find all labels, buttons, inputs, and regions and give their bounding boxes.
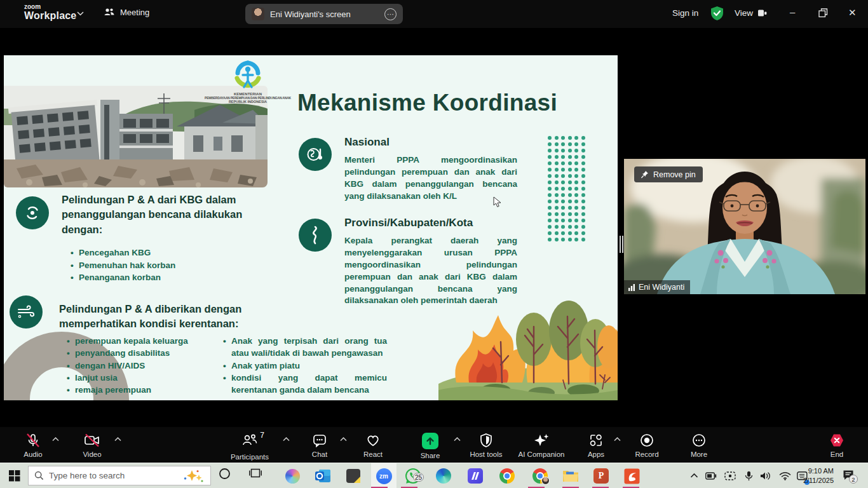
chrome-profile-icon[interactable] [532, 468, 548, 484]
panel-resize-handle[interactable] [620, 236, 623, 253]
camera-muted-icon [84, 433, 100, 448]
apps-options-caret[interactable] [614, 437, 621, 442]
shield-icon [479, 433, 493, 448]
provinsi-heading: Provinsi/Kabupaten/Kota [344, 217, 517, 229]
pdf-reader-icon[interactable] [623, 468, 640, 484]
security-shield-icon[interactable] [710, 6, 724, 21]
list-item: penyandang disabilitas [67, 347, 213, 359]
nasional-body: Menteri PPPA mengoordinasikan pelindunga… [344, 154, 517, 203]
cast-icon[interactable] [724, 471, 736, 480]
edge-icon[interactable] [435, 468, 452, 484]
clock-time: 9:10 AM [793, 466, 834, 476]
cortana-icon[interactable] [219, 468, 235, 484]
notes-app-icon[interactable] [345, 468, 362, 484]
section-provinsi: Provinsi/Kabupaten/Kota Kepala perangkat… [344, 217, 517, 307]
outlook-icon[interactable] [315, 468, 331, 484]
wifi-icon[interactable] [779, 471, 791, 480]
list-item: remaja perempuan [67, 384, 213, 396]
search-icon [34, 471, 44, 480]
list-item: kondisi yang dapat memicu kerentanan gan… [223, 372, 387, 396]
chat-icon [312, 433, 327, 448]
close-button[interactable]: ✕ [848, 7, 857, 18]
tab-options-icon[interactable]: ⋯ [384, 8, 397, 20]
whatsapp-badge: 25 [413, 473, 424, 482]
share-options-caret[interactable] [454, 437, 461, 442]
kerentanan-heading: Pelindungan P & A diberikan dengan mempe… [59, 302, 269, 332]
sign-in-button[interactable]: Sign in [672, 8, 698, 18]
chrome-icon[interactable] [499, 468, 515, 484]
meeting-toolbar: Audio Video 7 Participants Chat React [0, 427, 868, 463]
more-icon [691, 433, 707, 448]
chat-options-caret[interactable] [340, 437, 347, 442]
record-button[interactable]: Record [625, 427, 669, 462]
section-kerentanan: Pelindungan P & A diberikan dengan mempe… [59, 302, 402, 332]
kbg-bullets: Pencegahan KBG Pemenuhan hak korban Pena… [71, 247, 266, 283]
task-view-icon[interactable] [249, 468, 266, 484]
kbg-heading: Pelindungan P & A dari KBG dalam penangg… [62, 193, 266, 237]
river-icon [299, 219, 332, 252]
tray-mic-icon[interactable] [745, 471, 753, 481]
participants-options-caret[interactable] [283, 437, 290, 442]
file-explorer-icon[interactable] [562, 468, 579, 484]
pin-icon [641, 170, 649, 179]
apps-button[interactable]: Apps [574, 427, 618, 462]
chevron-down-icon[interactable] [77, 11, 84, 16]
forest-fire-illustration [438, 294, 618, 400]
ministry-logo-icon [232, 59, 264, 92]
audio-button[interactable]: Audio [11, 427, 55, 462]
participants-button[interactable]: 7 Participants [222, 427, 278, 462]
list-item: perempuan kepala keluarga [67, 335, 213, 347]
minimize-button[interactable]: – [790, 6, 795, 17]
speaker-icon[interactable] [760, 471, 772, 480]
video-options-caret[interactable] [114, 437, 121, 442]
audio-options-caret[interactable] [52, 437, 59, 442]
remove-pin-button[interactable]: Remove pin [634, 166, 703, 182]
react-button[interactable]: React [351, 427, 395, 462]
participants-icon [241, 433, 258, 448]
purple-slash-app-icon[interactable] [467, 468, 484, 484]
zoom-workplace-logo: zoom Workplace [24, 3, 76, 21]
taskbar-search[interactable] [28, 466, 211, 485]
chrome-avatar [541, 477, 550, 485]
section-kbg: Pelindungan P & A dari KBG dalam penangg… [62, 193, 266, 283]
battery-icon[interactable] [705, 472, 717, 480]
list-item: Anak yatim piatu [223, 360, 387, 372]
tab-shared-screen[interactable]: Eni Widiyanti's screen ⋯ [245, 4, 403, 24]
globe-thermometer-icon [299, 138, 332, 171]
participant-name-tag: Eni Widiyanti [624, 280, 690, 294]
whatsapp-icon[interactable]: 25 [405, 468, 421, 484]
list-item: lanjut usia [67, 372, 213, 384]
chat-button[interactable]: Chat [297, 427, 342, 462]
host-tools-button[interactable]: Host tools [462, 427, 510, 462]
end-button[interactable]: End [818, 427, 856, 462]
record-icon [639, 433, 654, 448]
powerpoint-icon[interactable]: P [593, 468, 609, 484]
section-nasional: Nasional Menteri PPPA mengoordinasikan p… [344, 136, 517, 203]
zoom-taskbar-icon[interactable]: zm [376, 468, 392, 484]
notification-center-icon[interactable]: 2 [843, 470, 854, 483]
kerentanan-bullets-col1: perempuan kepala keluarga penyandang dis… [67, 335, 213, 396]
list-item: Penanganan korban [71, 271, 266, 283]
video-button[interactable]: Video [70, 427, 114, 462]
audio-level-icon [628, 284, 635, 291]
mouse-cursor [493, 196, 502, 208]
participant-video: Remove pin Eni Widiyanti [624, 159, 865, 294]
dot-pattern [548, 136, 585, 241]
start-button[interactable] [9, 470, 20, 482]
taskbar-clock[interactable]: 9:10 AM 2/11/2025 [793, 466, 834, 485]
search-input[interactable] [49, 471, 178, 480]
ai-companion-button[interactable]: AI Companion [511, 427, 572, 462]
sparkle-icon [533, 433, 550, 448]
share-button[interactable]: Share [408, 427, 452, 462]
nasional-heading: Nasional [344, 136, 517, 149]
more-button[interactable]: More [677, 427, 721, 462]
title-bar: zoom Workplace Meeting Eni Widiyanti's s… [0, 0, 868, 28]
zoom-workplace-window: zoom Workplace Meeting Eni Widiyanti's s… [0, 0, 868, 488]
hidden-icons-chevron[interactable] [690, 473, 698, 478]
copilot-taskbar-icon[interactable] [284, 468, 301, 484]
apps-icon [588, 433, 604, 448]
tab-meeting[interactable]: Meeting [104, 7, 149, 17]
view-button[interactable]: View [735, 8, 767, 18]
restore-button[interactable] [818, 8, 828, 18]
search-highlights-icon [183, 469, 205, 483]
